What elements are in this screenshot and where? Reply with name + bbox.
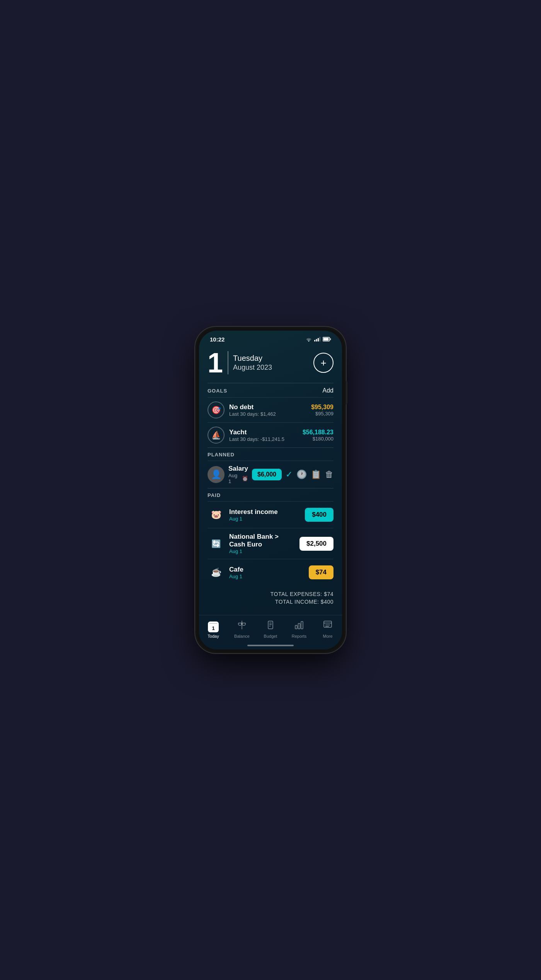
goal-name: No debt [229,403,311,411]
paid-info-national-bank: National Bank > Cash Euro Aug 1 [229,533,295,554]
goal-amounts-yacht: $56,188.23 $180,000 [303,429,333,442]
day-number: 1 [208,349,223,377]
today-icon: 1 [208,621,219,632]
svg-rect-5 [323,338,329,341]
date-section: 1 Tuesday August 2023 [208,349,272,377]
planned-info-salary: Salary Aug 1 ⏰ [228,465,248,484]
planned-name-salary: Salary [228,465,248,473]
total-income-value: $400 [321,599,333,605]
goal-name-yacht: Yacht [229,429,303,436]
totals-section: TOTAL EXPENSES: $74 TOTAL INCOME: $400 [208,586,333,614]
goal-amounts-no-debt: $95,309 $95,309 [311,404,333,417]
planned-item-salary[interactable]: 👤 Salary Aug 1 ⏰ $6,000 ✓ 🕐 📋 🗑 [208,461,333,488]
paid-name-cafe: Cafe [229,566,304,574]
time-display: 10:22 [210,336,225,343]
goal-sub: Last 30 days: $1,462 [229,411,311,417]
goal-icon-no-debt: 🎯 [208,401,225,418]
day-divider [228,351,228,374]
planned-section-header: PLANNED [208,447,333,461]
goal-icon-yacht: ⛵ [208,427,225,444]
interest-amount: $400 [305,508,333,522]
nav-label-reports: Reports [292,634,307,639]
paid-section-header: PAID [208,488,333,501]
reports-icon [294,620,304,632]
total-income-line: TOTAL INCOME: $400 [208,599,333,605]
phone-frame: 10:22 [195,327,346,653]
paid-date-national-bank: Aug 1 [229,548,295,554]
cafe-amount: $74 [309,565,333,579]
goals-add-button[interactable]: Add [323,387,333,394]
paid-date-cafe: Aug 1 [229,574,304,579]
goal-target-yacht: $180,000 [303,436,333,442]
interest-icon: 🐷 [208,506,225,523]
copy-icon[interactable]: 📋 [311,470,321,480]
goal-item-no-debt[interactable]: 🎯 No debt Last 30 days: $1,462 $95,309 $… [208,397,333,422]
goals-section-header: GOALS Add [208,383,333,397]
svg-rect-0 [314,340,315,341]
paid-info-interest: Interest income Aug 1 [229,508,300,522]
planned-action-icons: ✓ 🕐 📋 🗑 [286,470,333,480]
total-expenses-value: $74 [324,591,333,597]
goal-current-yacht: $56,188.23 [303,429,333,436]
total-expenses-line: TOTAL EXPENSES: $74 [208,591,333,597]
goal-target: $95,309 [311,411,333,417]
total-expenses-label: TOTAL EXPENSES: [270,591,322,597]
cafe-icon: ☕ [208,564,225,581]
home-bar [247,645,294,646]
nav-item-balance[interactable]: Balance [230,620,253,639]
delete-icon[interactable]: 🗑 [325,470,333,480]
balance-icon [237,620,247,632]
phone-screen: 10:22 [199,331,342,649]
nav-item-more[interactable]: More [316,620,339,639]
date-header: 1 Tuesday August 2023 + [208,346,333,383]
day-name: Tuesday [233,354,272,363]
paid-date-interest: Aug 1 [229,516,300,522]
salary-avatar: 👤 [208,466,225,483]
planned-date-salary: Aug 1 ⏰ [228,473,248,484]
more-icon [323,620,333,632]
national-bank-amount: $2,500 [299,537,333,551]
add-transaction-button[interactable]: + [313,353,333,373]
main-content: 1 Tuesday August 2023 + GOALS Add 🎯 No [199,346,342,615]
total-income-label: TOTAL INCOME: [275,599,319,605]
goal-current: $95,309 [311,404,333,411]
battery-icon [323,336,331,343]
bottom-nav: 1 Today Balance [199,615,342,649]
wifi-icon [306,336,312,343]
paid-info-cafe: Cafe Aug 1 [229,566,304,579]
signal-icon [314,336,320,343]
nav-item-budget[interactable]: Budget [259,620,282,639]
nav-item-today[interactable]: 1 Today [202,621,225,639]
clock-small-icon: ⏰ [242,476,248,481]
nav-label-budget: Budget [264,634,277,639]
goal-info-yacht: Yacht Last 30 days: -$11,241.5 [229,429,303,442]
paid-item-interest[interactable]: 🐷 Interest income Aug 1 $400 [208,501,333,528]
side-button-right [346,381,347,404]
goals-title: GOALS [208,388,227,394]
month-year: August 2023 [233,364,272,372]
clock-icon[interactable]: 🕐 [296,470,307,480]
transfer-icon: 🔄 [208,535,225,552]
nav-label-balance: Balance [234,634,250,639]
status-icons [306,336,331,343]
budget-icon [265,620,276,632]
day-text: Tuesday August 2023 [233,354,272,372]
svg-rect-6 [330,338,331,340]
svg-rect-15 [301,621,303,629]
nav-item-reports[interactable]: Reports [288,620,311,639]
paid-title: PAID [208,492,221,498]
paid-item-cafe[interactable]: ☕ Cafe Aug 1 $74 [208,559,333,586]
paid-name-interest: Interest income [229,508,300,516]
nav-label-today: Today [208,634,219,639]
nav-label-more: More [323,634,332,639]
goal-info-no-debt: No debt Last 30 days: $1,462 [229,403,311,417]
paid-item-national-bank[interactable]: 🔄 National Bank > Cash Euro Aug 1 $2,500 [208,528,333,559]
svg-rect-14 [298,623,300,629]
paid-name-national-bank: National Bank > Cash Euro [229,533,295,548]
goal-sub-yacht: Last 30 days: -$11,241.5 [229,436,303,442]
check-icon[interactable]: ✓ [286,470,293,480]
goal-item-yacht[interactable]: ⛵ Yacht Last 30 days: -$11,241.5 $56,188… [208,422,333,447]
svg-rect-13 [295,625,297,629]
svg-rect-1 [316,339,317,342]
status-bar: 10:22 [199,331,342,346]
